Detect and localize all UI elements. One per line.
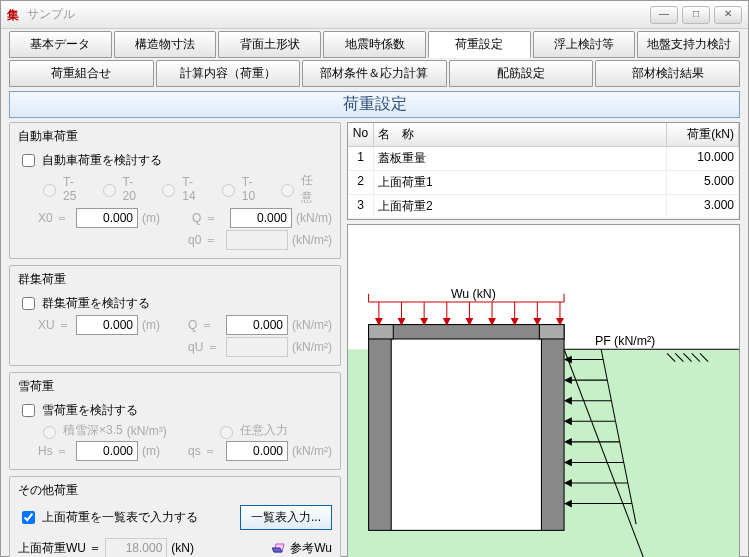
auto-opt-label-2: T-14	[182, 175, 205, 203]
tab1-2[interactable]: 背面土形状	[218, 31, 321, 58]
page-title: 荷重設定	[9, 91, 740, 118]
window-title: サンプル	[27, 6, 650, 23]
grp-check[interactable]	[22, 297, 35, 310]
auto-radio-row: T-25T-20T-14T-10任意	[38, 172, 332, 206]
td-name: 上面荷重2	[374, 195, 667, 219]
auto-x-unit: (m)	[142, 211, 160, 225]
th-load: 荷重(kN)	[667, 123, 739, 147]
auto-opt-2	[162, 184, 175, 197]
auto-q-unit: (kN/m)	[296, 211, 332, 225]
snow-opt1-label: 積雪深×3.5	[63, 422, 123, 439]
td-load: 3.000	[667, 195, 739, 219]
other-wu-input	[105, 538, 167, 557]
svg-rect-8	[369, 325, 394, 339]
auto-q-label: Q ＝	[192, 210, 226, 227]
other-wu-label: 上面荷重WU ＝	[18, 540, 101, 557]
grp-qU-unit: (kN/m²)	[292, 340, 332, 354]
auto-opt-1	[103, 184, 116, 197]
tab2-0[interactable]: 荷重組合せ	[9, 60, 154, 87]
snow-check[interactable]	[22, 404, 35, 417]
tab1-0[interactable]: 基本データ	[9, 31, 112, 58]
auto-opt-label-1: T-20	[123, 175, 146, 203]
grp-q-unit: (kN/m²)	[292, 318, 332, 332]
snow-opt1	[43, 426, 56, 439]
td-no: 3	[348, 195, 374, 219]
grp-check-label: 群集荷重を検討する	[42, 295, 150, 312]
maximize-button[interactable]: □	[682, 6, 710, 24]
th-no: No	[348, 123, 374, 147]
right-panel: No 名 称 荷重(kN) 1蓋板重量10.0002上面荷重15.0003上面荷…	[347, 122, 740, 557]
diagram: Wu (kN) PF (kN/m²)	[347, 224, 740, 557]
grp-x-label: XU ＝	[38, 317, 72, 334]
left-panel: 自動車荷重 自動車荷重を検討する T-25T-20T-14T-10任意 X0 ＝…	[9, 122, 341, 557]
grp-x-input[interactable]	[76, 315, 138, 335]
tab1-5[interactable]: 浮上検討等	[533, 31, 636, 58]
other-wu-unit: (kN)	[171, 541, 194, 555]
auto-q0-label: q0 ＝	[188, 232, 222, 249]
tab2-1[interactable]: 計算内容（荷重）	[156, 60, 301, 87]
load-table: No 名 称 荷重(kN) 1蓋板重量10.0002上面荷重15.0003上面荷…	[347, 122, 740, 220]
group-snow: 雪荷重 雪荷重を検討する 積雪深×3.5 (kN/m³) 任意入力 Hs ＝ (…	[9, 372, 341, 470]
svg-marker-14	[376, 318, 382, 324]
td-load: 10.000	[667, 147, 739, 171]
td-load: 5.000	[667, 171, 739, 195]
auto-opt-3	[222, 184, 235, 197]
app-window: 集 サンプル — □ ✕ 基本データ構造物寸法背面土形状地震時係数荷重設定浮上検…	[0, 0, 749, 557]
auto-opt-label-0: T-25	[63, 175, 86, 203]
td-name: 蓋板重量	[374, 147, 667, 171]
minimize-button[interactable]: —	[650, 6, 678, 24]
grp-q-input[interactable]	[226, 315, 288, 335]
auto-q-input[interactable]	[230, 208, 292, 228]
group-grp: 群集荷重 群集荷重を検討する XU ＝ (m) Q ＝ (kN/m²) qU ＝…	[9, 265, 341, 366]
other-check-label: 上面荷重を一覧表で入力する	[42, 509, 198, 526]
snow-opt2	[220, 426, 233, 439]
tab2-2[interactable]: 部材条件＆応力計算	[302, 60, 447, 87]
group-other-title: その他荷重	[14, 482, 82, 499]
snow-h-label: Hs ＝	[38, 443, 72, 460]
snow-q-label: qs ＝	[188, 443, 222, 460]
snow-q-input[interactable]	[226, 441, 288, 461]
tab1-1[interactable]: 構造物寸法	[114, 31, 217, 58]
grp-x-unit: (m)	[142, 318, 160, 332]
snow-h-input[interactable]	[76, 441, 138, 461]
tab1-4[interactable]: 荷重設定	[428, 31, 531, 58]
svg-rect-9	[539, 325, 564, 339]
diagram-svg: Wu (kN) PF (kN/m²)	[348, 225, 739, 557]
snow-q-unit: (kN/m²)	[292, 444, 332, 458]
tab-row-1: 基本データ構造物寸法背面土形状地震時係数荷重設定浮上検討等地盤支持力検討	[1, 29, 748, 58]
snow-h-unit: (m)	[142, 444, 160, 458]
grp-qU-label: qU ＝	[188, 339, 222, 356]
ref-wu-label[interactable]: 参考Wu	[290, 540, 332, 557]
auto-opt-label-4: 任意	[301, 172, 324, 206]
table-row[interactable]: 2上面荷重15.000	[348, 171, 739, 195]
table-row[interactable]: 3上面荷重23.000	[348, 195, 739, 219]
other-check[interactable]	[22, 511, 35, 524]
auto-q0-input	[226, 230, 288, 250]
auto-opt-4	[281, 184, 294, 197]
tab1-6[interactable]: 地盤支持力検討	[637, 31, 740, 58]
group-snow-title: 雪荷重	[14, 378, 58, 395]
close-button[interactable]: ✕	[714, 6, 742, 24]
table-input-button[interactable]: 一覧表入力...	[240, 505, 332, 530]
tab2-3[interactable]: 配筋設定	[449, 60, 594, 87]
eraser-icon[interactable]	[272, 542, 286, 554]
tab2-4[interactable]: 部材検討結果	[595, 60, 740, 87]
td-name: 上面荷重1	[374, 171, 667, 195]
group-other: その他荷重 上面荷重を一覧表で入力する 一覧表入力... 上面荷重WU ＝ (k…	[9, 476, 341, 557]
auto-check[interactable]	[22, 154, 35, 167]
auto-q0-unit: (kN/m²)	[292, 233, 332, 247]
td-no: 1	[348, 147, 374, 171]
content: 自動車荷重 自動車荷重を検討する T-25T-20T-14T-10任意 X0 ＝…	[1, 122, 748, 557]
titlebar: 集 サンプル — □ ✕	[1, 1, 748, 29]
grp-q-label: Q ＝	[188, 317, 222, 334]
table-row[interactable]: 1蓋板重量10.000	[348, 147, 739, 171]
group-auto-title: 自動車荷重	[14, 128, 82, 145]
diag-pf-label: PF (kN/m²)	[595, 334, 655, 348]
grp-qU-input	[226, 337, 288, 357]
window-buttons: — □ ✕	[650, 6, 742, 24]
auto-check-label: 自動車荷重を検討する	[42, 152, 162, 169]
group-grp-title: 群集荷重	[14, 271, 70, 288]
tab1-3[interactable]: 地震時係数	[323, 31, 426, 58]
auto-opt-0	[43, 184, 56, 197]
auto-x-input[interactable]	[76, 208, 138, 228]
